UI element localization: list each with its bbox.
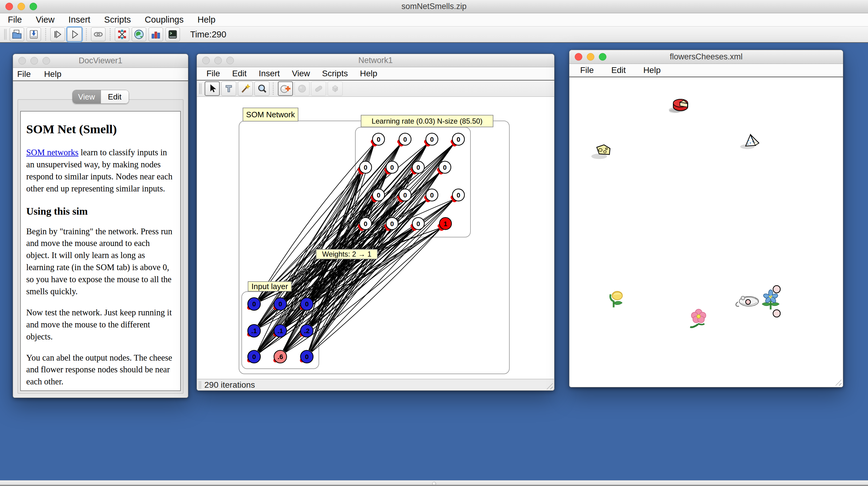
input-node[interactable]: .6	[274, 350, 287, 363]
som-node[interactable]: 0	[386, 161, 398, 173]
close-button[interactable]	[5, 3, 13, 10]
som-node[interactable]: 0	[373, 189, 384, 201]
menu-help[interactable]: Help	[44, 69, 61, 79]
input-layer-label[interactable]: Input layer	[248, 281, 292, 292]
som-node[interactable]: 0	[412, 218, 424, 230]
menu-file[interactable]: File	[580, 65, 594, 75]
menu-scripts[interactable]: Scripts	[322, 69, 348, 79]
docviewer-titlebar[interactable]: DocViewer1	[13, 54, 188, 68]
close-button[interactable]	[19, 57, 26, 64]
cheese-blue-icon[interactable]	[740, 134, 759, 149]
som-node[interactable]: 0	[426, 133, 438, 145]
selection-tool-icon[interactable]	[205, 82, 220, 96]
input-node[interactable]: .1	[248, 325, 260, 337]
zoom-tool-icon[interactable]	[254, 82, 270, 96]
doc-paragraph-2: Now test the network. Just keep running …	[26, 307, 175, 343]
menu-view[interactable]: View	[36, 15, 55, 25]
minimize-button[interactable]	[587, 53, 594, 61]
flower-pink-icon[interactable]	[690, 309, 706, 327]
som-node[interactable]: 1	[439, 218, 452, 230]
minimize-button[interactable]	[30, 57, 38, 64]
open-workspace-icon[interactable]	[10, 27, 24, 41]
docviewer-window[interactable]: DocViewer1 FileHelp View Edit SOM Net (S…	[13, 54, 188, 398]
menu-help[interactable]: Help	[360, 69, 377, 79]
som-node[interactable]: 0	[412, 161, 424, 173]
app-titlebar[interactable]: somNetSmells.zip	[0, 0, 868, 13]
zoom-button[interactable]	[30, 3, 37, 10]
input-node[interactable]: 0	[248, 298, 260, 310]
network-titlebar[interactable]: Network1	[197, 54, 554, 67]
world-window[interactable]: flowersCheeses.xml FileEditHelp	[569, 50, 843, 387]
doc-text-area[interactable]: SOM Net (Smell) SOM networks learn to cl…	[20, 111, 181, 391]
add-neuron-icon[interactable]	[278, 82, 293, 96]
learning-rate-label[interactable]: Learning rate (0.03) N-size (85.50)	[361, 115, 493, 127]
minimize-button[interactable]	[214, 57, 222, 64]
input-node[interactable]: 0	[248, 350, 260, 363]
input-node[interactable]: 0	[301, 350, 313, 363]
som-node[interactable]: 0	[439, 161, 451, 173]
input-node[interactable]: .1	[274, 325, 287, 337]
menu-insert[interactable]: Insert	[68, 15, 90, 25]
network-toolbar-buttons	[205, 82, 344, 96]
world-canvas[interactable]	[569, 78, 843, 387]
tab-edit[interactable]: Edit	[101, 90, 129, 103]
close-button[interactable]	[202, 57, 210, 64]
sensor-icon[interactable]	[773, 285, 780, 293]
mouse-icon[interactable]	[736, 296, 758, 306]
node-activation-value: 0	[443, 164, 447, 171]
menu-view[interactable]: View	[292, 69, 310, 79]
toolbar-grip[interactable]	[4, 29, 7, 40]
coupling-link-icon[interactable]	[91, 27, 105, 41]
network-window[interactable]: Network1 FileEditInsertViewScriptsHelp 0…	[196, 54, 555, 391]
zoom-button[interactable]	[42, 57, 50, 64]
menu-scripts[interactable]: Scripts	[104, 15, 131, 25]
toolbar-grip[interactable]	[199, 83, 202, 94]
menu-help[interactable]: Help	[643, 65, 661, 75]
menu-insert[interactable]: Insert	[258, 69, 280, 79]
wand-tool-icon[interactable]	[238, 82, 253, 96]
node-activation-value: 0	[364, 164, 367, 171]
som-networks-link[interactable]: SOM networks	[26, 148, 79, 157]
menu-file[interactable]: File	[207, 69, 220, 79]
som-node[interactable]: 0	[453, 189, 464, 201]
som-node[interactable]: 0	[453, 133, 464, 145]
new-console-icon[interactable]	[165, 27, 180, 41]
iterate-icon[interactable]	[50, 27, 65, 41]
zoom-button[interactable]	[599, 53, 607, 61]
weights-label[interactable]: Weights: 2 → 1	[316, 249, 378, 259]
menu-edit[interactable]: Edit	[611, 65, 626, 75]
save-workspace-icon[interactable]	[27, 27, 41, 41]
sensor-icon[interactable]	[773, 310, 780, 317]
som-node[interactable]: 0	[399, 133, 411, 145]
new-world-icon[interactable]	[132, 27, 146, 41]
input-node[interactable]: .2	[301, 325, 313, 337]
som-node[interactable]: 0	[360, 161, 372, 173]
menu-couplings[interactable]: Couplings	[145, 15, 184, 25]
flower-yellow-icon[interactable]	[610, 291, 622, 307]
som-network-group-label[interactable]: SOM Network	[243, 108, 299, 121]
menu-help[interactable]: Help	[197, 15, 216, 25]
som-node[interactable]: 0	[399, 189, 411, 201]
run-icon[interactable]	[67, 27, 82, 41]
tab-view[interactable]: View	[73, 90, 101, 103]
som-node[interactable]: 0	[360, 218, 372, 230]
som-node[interactable]: 0	[373, 133, 384, 145]
menu-edit[interactable]: Edit	[232, 69, 247, 79]
network-canvas[interactable]: 0000000000000001000.1.1.20.60 SOM Networ…	[197, 97, 554, 379]
som-node[interactable]: 0	[386, 218, 398, 230]
minimize-button[interactable]	[18, 3, 25, 10]
som-node[interactable]: 0	[426, 189, 438, 201]
cheese-gouda-icon[interactable]	[669, 99, 688, 113]
text-tool-icon[interactable]	[221, 82, 236, 96]
new-chart-icon[interactable]	[149, 27, 163, 41]
cheese-swiss-icon[interactable]	[591, 145, 610, 159]
menu-file[interactable]: File	[8, 15, 22, 25]
new-network-icon[interactable]	[115, 27, 129, 41]
input-node[interactable]: 0	[274, 298, 287, 310]
resize-grip[interactable]	[545, 382, 553, 389]
close-button[interactable]	[575, 53, 582, 61]
input-node[interactable]: 0	[301, 298, 313, 310]
menu-file[interactable]: File	[17, 69, 31, 79]
world-titlebar[interactable]: flowersCheeses.xml	[569, 50, 843, 64]
zoom-button[interactable]	[226, 57, 234, 64]
